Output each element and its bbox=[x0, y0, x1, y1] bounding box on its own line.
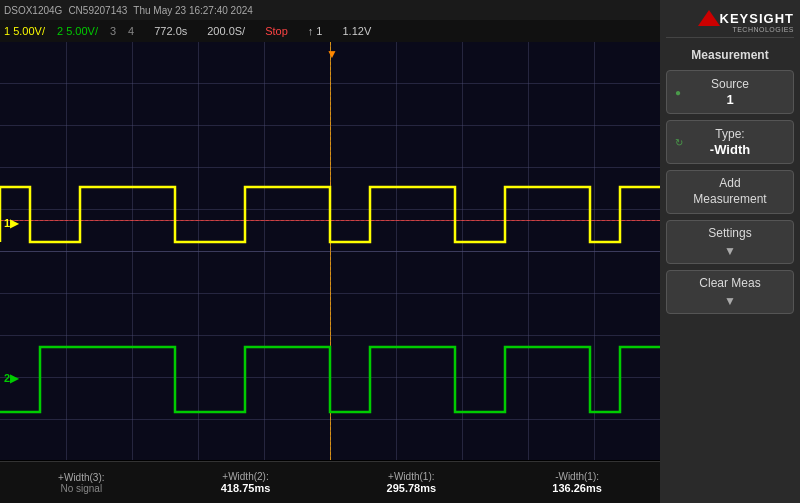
ch2-indicator[interactable]: 2 5.00V/ bbox=[57, 25, 98, 37]
ch4-indicator[interactable]: 4 bbox=[128, 25, 134, 37]
trig-info: ↑ 1 bbox=[308, 25, 323, 37]
channel-bar: 1 5.00V/ 2 5.00V/ 3 4 772.0s 200.0S/ Sto… bbox=[0, 20, 660, 42]
add-meas-label: Add Measurement bbox=[693, 176, 766, 207]
datetime-text: Thu May 23 16:27:40 2024 bbox=[133, 5, 253, 16]
meas-item-4: -Width(1): 136.26ms bbox=[552, 471, 602, 494]
settings-button[interactable]: Settings ▼ bbox=[666, 220, 794, 264]
meas-item-2: +Width(2): 418.75ms bbox=[221, 471, 271, 494]
status-text: DSOX1204G bbox=[4, 5, 62, 16]
source-label: Source bbox=[711, 77, 749, 93]
ks-logo-icon bbox=[698, 10, 720, 26]
right-panel: KEYSIGHT TECHNOLOGIES Measurement ● Sour… bbox=[660, 0, 800, 503]
meas-value-2: 418.75ms bbox=[221, 482, 271, 494]
scope-screen: ▼ 1▶ 2▶ bbox=[0, 42, 660, 460]
meas-value-4: 136.26ms bbox=[552, 482, 602, 494]
type-value: -Width bbox=[710, 142, 750, 157]
run-status: Stop bbox=[265, 25, 288, 37]
meas-label-2: +Width(2): bbox=[222, 471, 268, 482]
meas-item-3: +Width(1): 295.78ms bbox=[387, 471, 437, 494]
ch1-indicator[interactable]: 1 5.00V/ bbox=[4, 25, 45, 37]
timebase-info: 772.0s bbox=[154, 25, 187, 37]
meas-label-4: -Width(1): bbox=[555, 471, 599, 482]
ch1-waveform bbox=[0, 187, 660, 242]
voltage-info: 1.12V bbox=[343, 25, 372, 37]
type-button[interactable]: ↻ Type: -Width bbox=[666, 120, 794, 164]
panel-title: Measurement bbox=[666, 46, 794, 64]
logo-area: KEYSIGHT TECHNOLOGIES bbox=[666, 8, 794, 38]
meas-value-3: 295.78ms bbox=[387, 482, 437, 494]
source-value: 1 bbox=[726, 92, 733, 107]
ch2-waveform bbox=[0, 347, 660, 412]
meas-value-1: No signal bbox=[60, 483, 102, 494]
meas-label-3: +Width(1): bbox=[388, 471, 434, 482]
add-measurement-button[interactable]: Add Measurement bbox=[666, 170, 794, 214]
clear-meas-button[interactable]: Clear Meas ▼ bbox=[666, 270, 794, 314]
settings-arrow: ▼ bbox=[724, 244, 736, 258]
waveform-svg bbox=[0, 42, 660, 460]
measurement-bar: +Width(3): No signal +Width(2): 418.75ms… bbox=[0, 461, 660, 503]
ch3-indicator[interactable]: 3 bbox=[110, 25, 116, 37]
type-label: Type: bbox=[715, 127, 744, 143]
keysight-logo: KEYSIGHT TECHNOLOGIES bbox=[698, 10, 794, 33]
serial-text: CN59207143 bbox=[68, 5, 127, 16]
source-icon: ● bbox=[675, 87, 681, 98]
brand-sub: TECHNOLOGIES bbox=[732, 26, 794, 33]
settings-label: Settings bbox=[708, 226, 751, 242]
source-button[interactable]: ● Source 1 bbox=[666, 70, 794, 114]
type-icon: ↻ bbox=[675, 137, 683, 148]
brand-name: KEYSIGHT bbox=[720, 11, 794, 26]
clear-meas-arrow: ▼ bbox=[724, 294, 736, 308]
meas-label-1: +Width(3): bbox=[58, 472, 104, 483]
svg-marker-0 bbox=[698, 10, 720, 26]
meas-item-1: +Width(3): No signal bbox=[58, 472, 104, 494]
clear-meas-label: Clear Meas bbox=[699, 276, 760, 292]
status-bar: DSOX1204G CN59207143 Thu May 23 16:27:40… bbox=[0, 0, 660, 20]
sample-rate: 200.0S/ bbox=[207, 25, 245, 37]
